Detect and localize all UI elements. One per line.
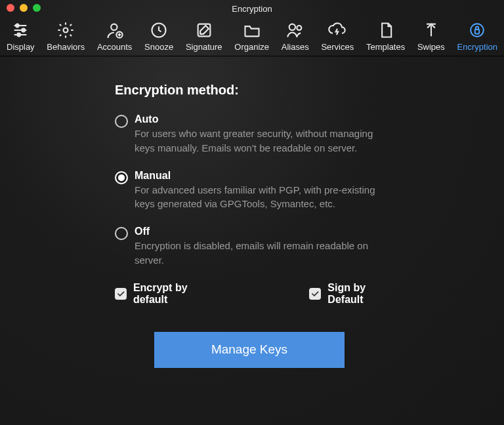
svg-rect-15 — [475, 30, 480, 33]
option-label: Manual — [135, 170, 384, 182]
sliders-icon — [11, 21, 30, 39]
svg-point-7 — [111, 24, 117, 30]
toolbar-item-behaviors[interactable]: Behaviors — [45, 20, 86, 53]
lock-icon — [468, 21, 486, 39]
option-desc: Encryption is disabled, emails will rema… — [135, 239, 384, 268]
svg-point-13 — [289, 24, 295, 30]
svg-point-14 — [297, 26, 301, 30]
sign-default-checkbox[interactable]: Sign by Default — [309, 282, 404, 306]
toolbar-label: Display — [7, 42, 35, 52]
encryption-pane: Encryption method: Auto For users who wa… — [0, 56, 404, 368]
toolbar-label: Organize — [234, 42, 269, 52]
svg-point-6 — [64, 28, 68, 33]
toolbar-label: Snooze — [144, 42, 173, 52]
option-label: Off — [135, 226, 384, 237]
pencil-square-icon — [195, 21, 213, 39]
minimize-window-button[interactable] — [20, 4, 28, 12]
option-auto[interactable]: Auto For users who want greater security… — [115, 113, 404, 155]
checkbox-row: Encrypt by default Sign by Default — [115, 282, 404, 306]
radio-auto[interactable] — [115, 115, 128, 128]
toolbar-item-organize[interactable]: Organize — [233, 20, 270, 53]
toolbar-item-services[interactable]: Services — [320, 20, 355, 53]
checkbox-icon — [115, 288, 127, 300]
toolbar-item-swipes[interactable]: Swipes — [416, 20, 446, 53]
option-desc: For users who want greater security, wit… — [135, 127, 384, 155]
option-manual[interactable]: Manual For advanced users familiar with … — [115, 170, 404, 212]
manage-keys-button[interactable]: Manage Keys — [154, 332, 345, 368]
swipe-icon — [422, 21, 440, 39]
toolbar-label: Accounts — [97, 42, 132, 52]
folder-icon — [243, 21, 261, 39]
cloud-lightning-icon — [328, 21, 346, 39]
toolbar-item-snooze[interactable]: Snooze — [143, 20, 175, 53]
radio-off[interactable] — [115, 227, 128, 240]
toolbar-label: Templates — [366, 42, 405, 52]
toolbar-label: Encryption — [457, 42, 497, 52]
toolbar-label: Signature — [186, 42, 222, 52]
window-title: Encryption — [232, 4, 272, 14]
toolbar-label: Services — [321, 42, 354, 52]
toolbar-item-signature[interactable]: Signature — [184, 20, 224, 53]
option-desc: For advanced users familiar with PGP, wi… — [135, 183, 384, 212]
traffic-lights — [7, 4, 41, 12]
toolbar-item-aliases[interactable]: Aliases — [280, 20, 310, 53]
toolbar-label: Swipes — [417, 42, 445, 52]
section-title: Encryption method: — [115, 83, 404, 98]
person-plus-icon — [106, 21, 124, 39]
toolbar-item-templates[interactable]: Templates — [365, 20, 406, 53]
toolbar-item-accounts[interactable]: Accounts — [96, 20, 133, 53]
preferences-toolbar: Display Behaviors Accounts Snooze Signat — [0, 16, 504, 56]
option-off[interactable]: Off Encryption is disabled, emails will … — [115, 226, 404, 268]
titlebar: Encryption — [0, 0, 504, 16]
toolbar-item-display[interactable]: Display — [5, 20, 36, 53]
gear-icon — [56, 21, 75, 39]
checkbox-label: Sign by Default — [327, 282, 404, 306]
checkbox-icon — [309, 288, 321, 300]
toolbar-item-encryption[interactable]: Encryption — [456, 20, 499, 53]
toolbar-label: Aliases — [282, 42, 309, 52]
checkbox-label: Encrypt by default — [133, 282, 224, 306]
option-label: Auto — [135, 113, 384, 125]
document-icon — [377, 21, 395, 39]
close-window-button[interactable] — [7, 4, 14, 12]
radio-manual[interactable] — [115, 171, 128, 184]
preferences-window: Encryption Display Behaviors Accounts — [0, 0, 504, 425]
clock-icon — [150, 21, 168, 39]
people-icon — [286, 21, 304, 39]
encrypt-default-checkbox[interactable]: Encrypt by default — [115, 282, 224, 306]
zoom-window-button[interactable] — [33, 4, 41, 12]
toolbar-label: Behaviors — [47, 42, 85, 52]
